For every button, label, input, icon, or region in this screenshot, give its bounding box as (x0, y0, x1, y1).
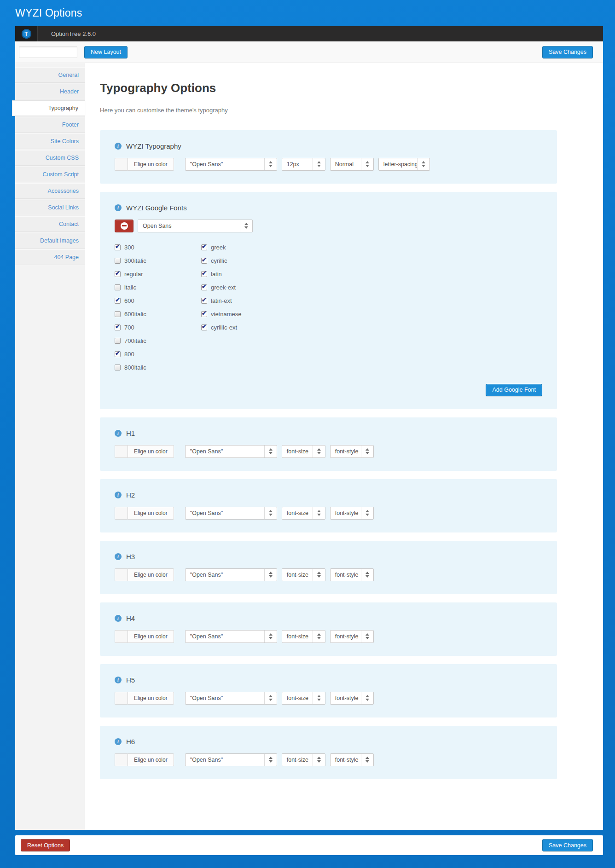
font-option-greek[interactable]: greek (201, 243, 241, 252)
font-style-select[interactable]: font-style (330, 507, 374, 520)
font-option-greek-ext[interactable]: greek-ext (201, 284, 241, 292)
font-family-select[interactable]: "Open Sans" (185, 445, 277, 458)
sidebar-item-custom-css[interactable]: Custom CSS (15, 150, 85, 166)
info-icon[interactable] (115, 143, 122, 150)
add-google-font-button[interactable]: Add Google Font (486, 384, 542, 396)
h6-typography-section: H6 Elige un color "Open Sans" font-size … (100, 726, 557, 779)
typography-controls: Elige un color "Open Sans" font-size fon… (115, 692, 542, 705)
font-option-300italic[interactable]: 300italic (115, 257, 201, 265)
font-option-600italic[interactable]: 600italic (115, 310, 201, 318)
font-family-select[interactable]: "Open Sans" (185, 630, 277, 643)
choose-color-button[interactable]: Elige un color (128, 158, 174, 171)
font-family-select[interactable]: "Open Sans" (185, 568, 277, 581)
search-input[interactable] (19, 46, 77, 58)
select-arrows-icon (361, 692, 373, 704)
font-style-select[interactable]: Normal (330, 158, 374, 171)
choose-color-button[interactable]: Elige un color (128, 445, 174, 458)
font-option-700italic[interactable]: 700italic (115, 337, 201, 345)
sidebar-item-footer[interactable]: Footer (15, 117, 85, 133)
sidebar-item-header[interactable]: Header (15, 84, 85, 99)
save-changes-button-top[interactable]: Save Changes (542, 46, 593, 58)
color-picker[interactable]: Elige un color (115, 630, 174, 643)
select-arrows-icon (313, 158, 325, 170)
choose-color-button[interactable]: Elige un color (128, 753, 174, 766)
font-size-select[interactable]: font-size (282, 507, 325, 520)
info-icon[interactable] (115, 553, 122, 560)
font-option-italic[interactable]: italic (115, 284, 201, 292)
font-family-select[interactable]: "Open Sans" (185, 753, 277, 766)
save-changes-button-bottom[interactable]: Save Changes (542, 839, 593, 851)
font-size-select[interactable]: 12px (282, 158, 325, 171)
font-option-regular[interactable]: regular (115, 270, 201, 278)
color-swatch[interactable] (115, 507, 128, 520)
font-option-700[interactable]: 700 (115, 324, 201, 332)
select-arrows-icon (264, 754, 277, 766)
info-icon[interactable] (115, 615, 122, 622)
font-option-800italic[interactable]: 800italic (115, 364, 201, 372)
choose-color-button[interactable]: Elige un color (128, 630, 174, 643)
color-picker[interactable]: Elige un color (115, 445, 174, 458)
choose-color-button[interactable]: Elige un color (128, 507, 174, 520)
info-icon[interactable] (115, 738, 122, 745)
font-style-select[interactable]: font-style (330, 568, 374, 581)
sidebar-item-social-links[interactable]: Social Links (15, 200, 85, 215)
color-picker[interactable]: Elige un color (115, 753, 174, 766)
sidebar-item-404-page[interactable]: 404 Page (15, 249, 85, 265)
typography-controls: Elige un color "Open Sans" font-size fon… (115, 445, 542, 458)
font-style-select[interactable]: font-style (330, 692, 374, 705)
info-icon[interactable] (115, 430, 122, 437)
checkbox-label: greek (211, 244, 226, 251)
sidebar-item-site-colors[interactable]: Site Colors (15, 133, 85, 149)
sidebar-item-default-images[interactable]: Default Images (15, 233, 85, 249)
color-swatch[interactable] (115, 445, 128, 458)
font-size-select[interactable]: font-size (282, 753, 325, 766)
font-family-select[interactable]: "Open Sans" (185, 507, 277, 520)
font-size-select[interactable]: font-size (282, 445, 325, 458)
sidebar-item-custom-script[interactable]: Custom Script (15, 167, 85, 182)
sidebar-item-contact[interactable]: Contact (15, 216, 85, 232)
checkbox-label: 600italic (124, 311, 146, 318)
letter-spacing-select[interactable]: letter-spacing (378, 158, 430, 171)
color-picker[interactable]: Elige un color (115, 158, 174, 171)
info-icon[interactable] (115, 204, 122, 211)
new-layout-button[interactable]: New Layout (84, 46, 128, 58)
font-option-800[interactable]: 800 (115, 350, 201, 359)
font-weights-list: 300 300italic regular italic 600 600ital… (115, 243, 201, 372)
font-style-select[interactable]: font-style (330, 753, 374, 766)
font-option-600[interactable]: 600 (115, 297, 201, 305)
sidebar-item-accessories[interactable]: Accessories (15, 183, 85, 199)
color-picker[interactable]: Elige un color (115, 692, 174, 705)
font-option-vietnamese[interactable]: vietnamese (201, 310, 241, 318)
font-family-select[interactable]: "Open Sans" (185, 692, 277, 705)
select-arrows-icon (313, 631, 325, 642)
info-icon[interactable] (115, 492, 122, 498)
color-swatch[interactable] (115, 753, 128, 766)
google-font-select[interactable]: Open Sans (138, 220, 253, 232)
font-family-select[interactable]: "Open Sans" (185, 158, 277, 171)
font-size-select[interactable]: font-size (282, 692, 325, 705)
choose-color-button[interactable]: Elige un color (128, 692, 174, 705)
typography-controls: Elige un color "Open Sans" font-size fon… (115, 630, 542, 643)
sidebar-item-typography[interactable]: Typography (12, 100, 85, 116)
font-option-cyrillic-ext[interactable]: cyrillic-ext (201, 324, 241, 332)
color-picker[interactable]: Elige un color (115, 568, 174, 581)
remove-font-button[interactable] (115, 220, 133, 232)
choose-color-button[interactable]: Elige un color (128, 568, 174, 581)
reset-options-button[interactable]: Reset Options (21, 839, 70, 851)
font-option-latin[interactable]: latin (201, 270, 241, 278)
font-size-select[interactable]: font-size (282, 568, 325, 581)
font-option-latin-ext[interactable]: latin-ext (201, 297, 241, 305)
color-swatch[interactable] (115, 158, 128, 171)
color-swatch[interactable] (115, 630, 128, 643)
color-picker[interactable]: Elige un color (115, 507, 174, 520)
color-swatch[interactable] (115, 692, 128, 705)
font-option-300[interactable]: 300 (115, 243, 201, 252)
font-size-select[interactable]: font-size (282, 630, 325, 643)
font-subsets-list: greek cyrillic latin greek-ext latin-ext… (201, 243, 241, 372)
font-style-select[interactable]: font-style (330, 630, 374, 643)
font-style-select[interactable]: font-style (330, 445, 374, 458)
sidebar-item-general[interactable]: General (15, 67, 85, 83)
info-icon[interactable] (115, 677, 122, 683)
font-option-cyrillic[interactable]: cyrillic (201, 257, 241, 265)
color-swatch[interactable] (115, 568, 128, 581)
